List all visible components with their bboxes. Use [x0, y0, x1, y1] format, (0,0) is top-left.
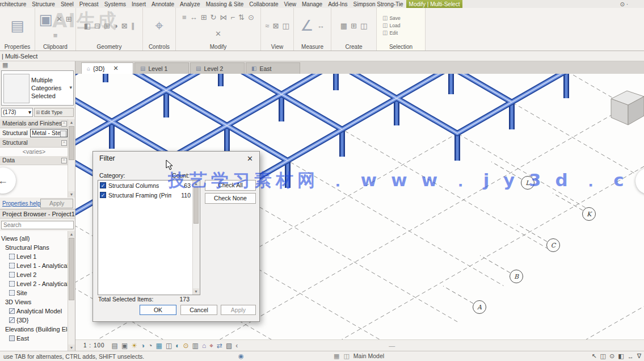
split-icon[interactable]: ∥: [131, 22, 135, 30]
check-all-button[interactable]: Check All: [205, 180, 256, 191]
create-group-icon[interactable]: ▦: [340, 22, 347, 30]
switch-windows-icon[interactable]: ◫: [282, 22, 289, 30]
properties-scrollbar[interactable]: ▲ ▼: [68, 119, 75, 198]
properties-icon[interactable]: ▤: [10, 18, 24, 33]
align-icon[interactable]: ≡: [182, 14, 187, 21]
close-icon[interactable]: ✕: [113, 65, 118, 72]
select-by-face-icon[interactable]: ◧: [618, 352, 624, 360]
view-tab-level-2[interactable]: ▤Level 2: [190, 62, 245, 74]
apply-button[interactable]: Apply: [40, 199, 73, 208]
match-type-icon[interactable]: ≡: [53, 32, 58, 39]
collapse-icon[interactable]: ^: [61, 158, 67, 163]
design-options-icon[interactable]: ◫: [343, 353, 349, 359]
crop-view-icon[interactable]: ▦: [156, 342, 162, 349]
ribbon-tab-collaborate[interactable]: Collaborate: [246, 0, 281, 8]
ribbon-tab-manage[interactable]: Manage: [299, 0, 325, 8]
collapse-icon[interactable]: ^: [61, 121, 67, 127]
ok-button[interactable]: OK: [140, 305, 176, 315]
create-similar-icon[interactable]: ⊞: [351, 22, 357, 30]
tree-item-level-2[interactable]: Level 2: [0, 270, 68, 279]
contextual-tab[interactable]: Modify | Multi-Select: [406, 0, 463, 8]
tree-item-views-all[interactable]: Views (all): [0, 234, 68, 243]
displace-icon[interactable]: ⇄: [217, 342, 222, 349]
drag-selection-icon[interactable]: ↔: [628, 353, 634, 360]
ribbon-tab-systems[interactable]: Systems: [102, 0, 129, 8]
ribbon-tab-structure[interactable]: Structure: [29, 0, 58, 8]
property-group-structural[interactable]: Structural^: [0, 138, 68, 148]
view-tab-east[interactable]: ◧East: [246, 62, 300, 74]
mirror-icon[interactable]: ⋈: [220, 14, 228, 21]
worksharing-icon[interactable]: ▧: [226, 342, 232, 349]
properties-help-link[interactable]: Properties help: [2, 200, 40, 207]
selection-count-dropdown[interactable]: (173) ▾: [1, 108, 33, 117]
selection-save-button[interactable]: ◫Save: [379, 15, 423, 22]
thin-lines-icon[interactable]: ≈: [265, 22, 269, 30]
tree-item-analytical-model[interactable]: Analytical Model: [0, 307, 68, 316]
viewcube[interactable]: [611, 91, 644, 125]
detail-level-icon[interactable]: ▤: [112, 342, 118, 349]
cancel-button[interactable]: Cancel: [180, 305, 217, 315]
ribbon-tab-simpson-strong-tie[interactable]: Simpson Strong-Tie: [351, 0, 406, 8]
cut-icon[interactable]: ✕: [56, 15, 62, 23]
category-checkbox[interactable]: ✓: [100, 192, 106, 198]
ribbon-tab-steel[interactable]: Steel: [58, 0, 77, 8]
hide-isolate-icon[interactable]: ◐: [175, 342, 179, 349]
workset-icon[interactable]: ▦: [334, 353, 339, 359]
select-underlay-icon[interactable]: ◫: [600, 352, 606, 360]
measure-icon[interactable]: ∠: [300, 18, 313, 33]
tree-item-site[interactable]: Site: [0, 288, 68, 297]
scroll-up-icon[interactable]: ▲: [68, 231, 75, 237]
tree-item-level-1-analytical[interactable]: Level 1 - Analytical: [0, 261, 68, 270]
sun-path-icon[interactable]: ☀: [131, 342, 137, 349]
chevron-down-icon[interactable]: ▾: [69, 85, 72, 90]
edit-type-button[interactable]: ⊞ Edit Type: [34, 108, 74, 117]
copy-icon[interactable]: ⊞: [66, 15, 72, 23]
split-element-icon[interactable]: ⇅: [238, 14, 245, 21]
tree-item-structural-plans[interactable]: Structural Plans: [0, 243, 68, 252]
selection-filter-icon[interactable]: ∇: [637, 352, 641, 360]
category-checkbox[interactable]: ✓: [100, 182, 106, 188]
join-icon[interactable]: ⊞: [104, 22, 110, 30]
trim-icon[interactable]: ⌐: [231, 14, 235, 21]
scale-button[interactable]: 1 : 100: [83, 342, 105, 349]
tree-item-3d-views[interactable]: 3D Views: [0, 297, 68, 307]
analytical-model-icon[interactable]: ⌂: [202, 342, 206, 349]
activate-controls-icon[interactable]: ⌖: [155, 18, 163, 33]
rendering-icon[interactable]: ◔: [148, 342, 152, 349]
view-tab-3d[interactable]: ⌂{3D}✕: [81, 62, 133, 74]
tree-item-3d[interactable]: {3D}: [0, 316, 68, 325]
reveal-hidden-icon[interactable]: ⊙: [183, 342, 188, 349]
close-icon[interactable]: ✕: [247, 154, 253, 163]
scroll-up-icon[interactable]: ▲: [68, 119, 75, 125]
list-scrollbar[interactable]: ▲ ▼: [192, 180, 200, 295]
scroll-up-icon[interactable]: ▲: [193, 180, 199, 187]
ribbon-tab-massing-site[interactable]: Massing & Site: [203, 0, 247, 8]
ribbon-tab-annotate[interactable]: Annotate: [149, 0, 177, 8]
type-selector[interactable]: Multiple Categories Selected ▾: [1, 70, 74, 106]
view-tab-level-1[interactable]: ▤Level 1: [134, 62, 189, 74]
tree-item-east[interactable]: East: [0, 334, 68, 343]
check-none-button[interactable]: Check None: [205, 193, 256, 204]
property-group-data[interactable]: Data^: [0, 156, 68, 165]
crop-visibility-icon[interactable]: ◫: [166, 342, 172, 349]
cut-geometry-icon[interactable]: ⊟: [94, 22, 100, 30]
ribbon-tab-insert[interactable]: Insert: [129, 0, 149, 8]
tree-item-level-2-analytical[interactable]: Level 2 - Analytical: [0, 279, 68, 288]
move-icon[interactable]: ↔: [190, 14, 197, 21]
browser-search-input[interactable]: [1, 221, 74, 229]
paint-icon[interactable]: ◑: [113, 22, 118, 30]
help-icon[interactable]: ⊙ ·: [620, 0, 629, 8]
category-list[interactable]: ✓Structural Columns63✓Structural Framing…: [98, 180, 200, 295]
paste-icon[interactable]: ▣: [39, 12, 53, 27]
browse-icon[interactable]: [60, 131, 66, 137]
property-group-materials-and-finishes[interactable]: Materials and Finishes^: [0, 119, 68, 128]
tree-item-elevations-building-elevation[interactable]: Elevations (Building Elevation): [0, 325, 68, 334]
ribbon-tab-analyze[interactable]: Analyze: [177, 0, 203, 8]
delete-icon[interactable]: ✕: [215, 30, 221, 37]
visual-style-icon[interactable]: ▣: [121, 342, 128, 349]
rotate-icon[interactable]: ↻: [211, 14, 217, 21]
ribbon-tab-architecture[interactable]: Architecture: [0, 0, 29, 8]
demolish-icon[interactable]: ⊠: [121, 22, 128, 30]
shadows-icon[interactable]: ◑: [141, 342, 145, 349]
selection-edit-button[interactable]: ◫Edit: [379, 30, 423, 37]
